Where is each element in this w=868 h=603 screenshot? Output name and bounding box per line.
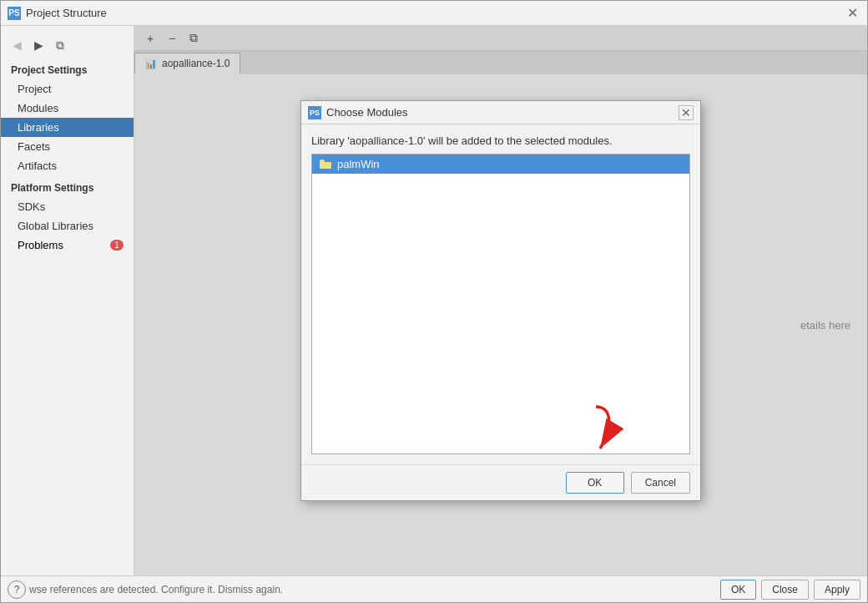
sidebar-item-sdks[interactable]: SDKs: [1, 197, 134, 216]
modal-body: Library 'aopalliance-1.0' will be added …: [301, 124, 700, 464]
module-list[interactable]: palmWin: [311, 154, 690, 454]
ok-button[interactable]: OK: [720, 580, 756, 600]
status-text: wse references are detected. Configure i…: [29, 584, 283, 595]
bottom-left: ? wse references are detected. Configure…: [8, 580, 283, 599]
platform-settings-header: Platform Settings: [1, 175, 134, 197]
sidebar-item-global-libraries[interactable]: Global Libraries: [1, 216, 134, 236]
choose-modules-dialog: PS Choose Modules ✕ Library 'aopalliance…: [300, 100, 701, 501]
modal-app-icon: PS: [308, 106, 321, 119]
sidebar-item-libraries[interactable]: Libraries: [1, 118, 134, 137]
main-area: + − ⧉ 📊 aopalliance-1.0 etails here: [134, 26, 867, 575]
modal-close-button[interactable]: ✕: [679, 105, 694, 120]
modal-cancel-button[interactable]: Cancel: [631, 472, 690, 494]
sidebar-item-modules[interactable]: Modules: [1, 99, 134, 118]
modal-title-left: PS Choose Modules: [308, 106, 408, 119]
window-close-button[interactable]: ✕: [844, 5, 860, 22]
bottom-bar: ? wse references are detected. Configure…: [1, 575, 867, 602]
sidebar-item-problems[interactable]: Problems 1: [1, 236, 134, 255]
nav-toolbar: ◀ ▶ ⧉: [1, 33, 134, 58]
back-button[interactable]: ◀: [8, 36, 26, 54]
bottom-right: OK Close Apply: [720, 580, 860, 600]
help-button[interactable]: ?: [8, 580, 26, 599]
project-settings-header: Project Settings: [1, 58, 134, 79]
apply-button[interactable]: Apply: [814, 580, 860, 600]
sidebar-item-project[interactable]: Project: [1, 79, 134, 99]
main-window: PS Project Structure ✕ ◀ ▶ ⧉ Project Set…: [0, 0, 868, 603]
main-content: ◀ ▶ ⧉ Project Settings Project Modules L…: [1, 26, 867, 575]
modal-footer: OK Cancel: [301, 464, 700, 500]
copy-button[interactable]: ⧉: [51, 36, 69, 54]
problems-badge: 1: [110, 240, 124, 251]
window-title: Project Structure: [26, 7, 107, 19]
modal-title: Choose Modules: [326, 106, 408, 119]
module-item-palmwin[interactable]: palmWin: [312, 155, 689, 174]
folder-icon: [320, 160, 331, 169]
modal-ok-button[interactable]: OK: [566, 472, 624, 494]
forward-button[interactable]: ▶: [29, 36, 48, 54]
app-icon: PS: [8, 7, 21, 20]
title-bar: PS Project Structure ✕: [1, 1, 867, 26]
modal-title-bar: PS Choose Modules ✕: [301, 101, 700, 124]
modal-overlay: PS Choose Modules ✕ Library 'aopalliance…: [134, 26, 867, 575]
sidebar-item-facets[interactable]: Facets: [1, 137, 134, 156]
modal-message: Library 'aopalliance-1.0' will be added …: [311, 134, 690, 147]
sidebar-item-artifacts[interactable]: Artifacts: [1, 156, 134, 175]
title-bar-left: PS Project Structure: [8, 7, 107, 20]
sidebar: ◀ ▶ ⧉ Project Settings Project Modules L…: [1, 26, 134, 575]
close-button[interactable]: Close: [761, 580, 809, 600]
